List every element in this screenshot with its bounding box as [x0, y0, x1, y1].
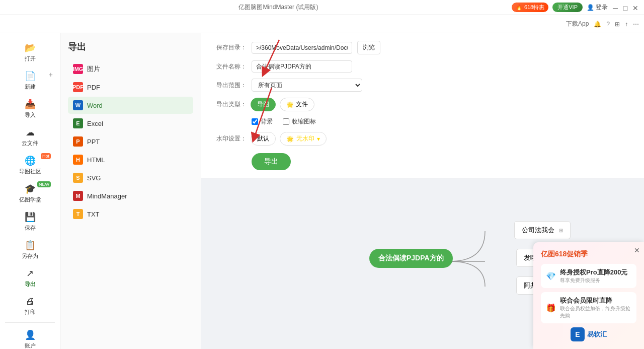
sidebar-label-print: 打印: [25, 308, 36, 316]
chevron-down-icon: ▾: [317, 135, 320, 143]
save-icon: 💾: [25, 212, 36, 223]
format-item-excel[interactable]: EExcel: [68, 115, 193, 132]
sidebar-divider: [5, 322, 55, 323]
promo-item-sub-0: 尊享免费升级服务: [560, 277, 627, 284]
format-item-mm[interactable]: MMindManager: [68, 187, 193, 204]
node-icon: ⊞: [559, 228, 563, 233]
format-label-ppt: PPT: [87, 138, 100, 146]
sidebar-item-account[interactable]: 👤账户: [0, 325, 60, 349]
main-content: 保存目录： 浏览 文件名称： 导出范围： 所有页面 导出类型： 导图: [201, 33, 644, 349]
sidebar-label-cloud: 云文件: [22, 139, 38, 147]
format-item-svg[interactable]: SSVG: [68, 169, 193, 186]
icon-checkbox-label[interactable]: 收缩图标: [283, 117, 316, 126]
range-row: 导出范围： 所有页面: [211, 79, 634, 92]
format-label-excel: Excel: [87, 120, 103, 127]
toolbar: 下载App 🔔 ? ⊞ ↑ ⋯: [0, 15, 644, 33]
promo-item-icon-1: 🎁: [546, 303, 556, 313]
format-item-txt[interactable]: TTXT: [68, 205, 193, 223]
svg-line-1: [254, 88, 272, 138]
sidebar-item-import[interactable]: 📥导入: [0, 95, 60, 123]
cloud-icon: ☁: [26, 127, 35, 138]
btn-vip[interactable]: 开通VIP: [552, 3, 583, 12]
promo-item-sub-1: 联合会员权益加倍，终身升级抢先购: [560, 305, 631, 319]
win-max-btn[interactable]: □: [622, 4, 629, 11]
bg-checkbox[interactable]: [252, 118, 258, 125]
promo-item-0: 💎终身授权Pro直降200元尊享免费升级服务: [541, 264, 636, 288]
grid-icon[interactable]: ⊞: [615, 21, 620, 28]
sidebar-item-open[interactable]: 📂打开: [0, 38, 60, 66]
sidebar-item-cloud[interactable]: ☁云文件: [0, 123, 60, 151]
promo-close-btn[interactable]: ✕: [634, 246, 640, 254]
format-item-ppt[interactable]: PPPT: [68, 133, 193, 150]
watermark-select[interactable]: 🌟 无水印 ▾: [280, 132, 327, 146]
sidebar-item-print[interactable]: 🖨打印: [0, 292, 60, 320]
promo-item-icon-0: 💎: [546, 271, 556, 281]
sidebar-item-new[interactable]: 📄新建+: [0, 66, 60, 95]
sidebar-item-learn[interactable]: 🎓亿图学堂NEW: [0, 179, 60, 207]
browse-button[interactable]: 浏览: [357, 41, 380, 54]
win-close-btn[interactable]: ✕: [632, 4, 639, 11]
titlebar-title: 亿图脑图MindMaster (试用版): [238, 3, 318, 12]
sidebar-label-save: 保存: [25, 224, 36, 232]
promo-item-text-1: 联合会员限时直降联合会员权益加倍，终身升级抢先购: [560, 296, 631, 319]
sidebar-item-saveas[interactable]: 📋另存为: [0, 236, 60, 264]
sidebar-label-community: 导图社区: [19, 168, 41, 175]
question-btn[interactable]: ?: [606, 21, 610, 28]
export-button[interactable]: 导出: [252, 153, 291, 170]
filename-label: 文件名称：: [211, 62, 247, 71]
arrow-annotation2: [257, 37, 287, 78]
export-type-label: 导出类型：: [211, 100, 247, 109]
promo-item-title-1: 联合会员限时直降: [560, 296, 631, 305]
bg-checkbox-label[interactable]: 背景: [252, 117, 273, 126]
type-map-btn[interactable]: 导图: [251, 98, 276, 111]
format-icon-img: IMG: [73, 64, 83, 74]
more-icon[interactable]: ⋯: [633, 21, 639, 28]
promo-item-text-0: 终身授权Pro直降200元尊享免费升级服务: [560, 268, 627, 284]
format-item-word[interactable]: WWord: [68, 97, 193, 114]
community-badge: Hot: [41, 153, 51, 159]
titlebar-right: 🔥 618特惠 开通VIP 👤 登录 ─ □ ✕: [512, 3, 639, 12]
btn-login[interactable]: 👤 登录: [587, 3, 608, 12]
sidebar-item-export[interactable]: ↗导出: [0, 264, 60, 292]
format-icon-ppt: P: [73, 136, 83, 147]
learn-icon: 🎓: [25, 183, 36, 194]
sidebar-item-save[interactable]: 💾保存: [0, 207, 60, 236]
format-item-img[interactable]: IMG图片: [68, 60, 193, 78]
sidebar-label-account: 账户: [25, 342, 36, 349]
sidebar-label-new: 新建: [25, 83, 36, 91]
share-icon[interactable]: ↑: [625, 21, 628, 28]
center-node: 合法偶读PJDPA方的: [369, 249, 453, 268]
app-body: 📂打开📄新建+📥导入☁云文件🌐导图社区Hot🎓亿图学堂NEW💾保存📋另存为↗导出…: [0, 33, 644, 349]
watermark-label: 水印设置：: [211, 134, 247, 143]
mindmap: 合法偶读PJDPA方的 公司法我会 ⊞ 发哦分类管理 阿共当发送给: [319, 214, 571, 314]
promo-item-1: 🎁联合会员限时直降联合会员权益加倍，终身升级抢先购: [541, 292, 636, 323]
watermark-row: 水印设置： 默认 🌟 无水印 ▾: [211, 132, 634, 146]
download-app-btn[interactable]: 下载App: [566, 20, 589, 28]
format-item-html[interactable]: HHTML: [68, 151, 193, 168]
watermark-default-btn[interactable]: 默认: [251, 132, 276, 146]
export-format-list: IMG图片PDFPDFWWordEExcelPPPTHHTMLSSVGMMind…: [68, 60, 193, 223]
file-icon: 🌟: [286, 101, 294, 108]
range-select[interactable]: 所有页面: [252, 79, 362, 92]
sidebar-label-learn: 亿图学堂: [19, 196, 41, 203]
sidebar: 📂打开📄新建+📥导入☁云文件🌐导图社区Hot🎓亿图学堂NEW💾保存📋另存为↗导出…: [0, 33, 60, 349]
sidebar-label-export: 导出: [25, 281, 36, 288]
btn-618[interactable]: 🔥 618特惠: [512, 3, 548, 12]
mindmap-container: 合法偶读PJDPA方的 公司法我会 ⊞ 发哦分类管理 阿共当发送给: [319, 214, 571, 314]
export-settings: 保存目录： 浏览 文件名称： 导出范围： 所有页面 导出类型： 导图: [201, 33, 644, 178]
format-label-html: HTML: [87, 156, 105, 164]
export-icon: ↗: [26, 268, 34, 279]
sidebar-item-community[interactable]: 🌐导图社区Hot: [0, 151, 60, 179]
new-plus-icon: +: [49, 71, 53, 79]
format-icon-html: H: [73, 155, 83, 165]
saveas-icon: 📋: [25, 240, 36, 251]
bell-icon[interactable]: 🔔: [594, 21, 601, 28]
sidebar-label-import: 导入: [25, 111, 36, 119]
type-file-btn[interactable]: 🌟 文件: [280, 98, 314, 111]
format-label-pdf: PDF: [87, 84, 100, 91]
sidebar-bottom: 👤账户⚙选项: [0, 320, 60, 349]
format-item-pdf[interactable]: PDFPDF: [68, 79, 193, 96]
icon-checkbox[interactable]: [283, 118, 289, 125]
promo-brand: 易软汇: [587, 330, 607, 339]
win-min-btn[interactable]: ─: [612, 4, 619, 11]
